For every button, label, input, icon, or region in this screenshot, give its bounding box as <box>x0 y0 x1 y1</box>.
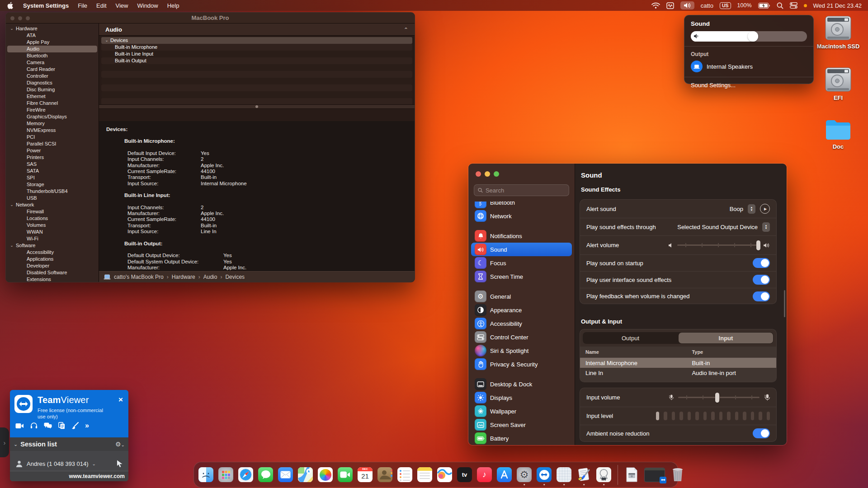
close-button[interactable] <box>476 171 481 177</box>
sidebar-item-controller[interactable]: Controller <box>6 73 99 80</box>
wifi-icon[interactable] <box>651 2 660 9</box>
dock-contacts-icon[interactable] <box>377 467 392 482</box>
sidebar-item-fibre-channel[interactable]: Fibre Channel <box>6 100 99 107</box>
search-input[interactable] <box>486 187 565 194</box>
menu-view[interactable]: View <box>116 2 128 9</box>
sidebar-item-card-reader[interactable]: Card Reader <box>6 66 99 73</box>
ui-sounds-toggle[interactable] <box>753 275 770 285</box>
menu-edit[interactable]: Edit <box>96 2 106 9</box>
breadcrumb-devices[interactable]: Devices <box>225 274 245 280</box>
sidebar-item-camera[interactable]: Camera <box>6 59 99 66</box>
dock-teamviewer-icon[interactable] <box>537 467 552 482</box>
breadcrumb-computer[interactable]: catto's MacBook Pro <box>114 274 164 280</box>
chevron-down-icon[interactable]: ⌄ <box>8 242 16 249</box>
dock-maps-icon[interactable] <box>298 467 313 482</box>
input-source-indicator[interactable]: US <box>720 2 731 9</box>
sidebar-item-screen-time[interactable]: Screen Time <box>471 270 572 283</box>
volume-slider-knob[interactable] <box>748 31 758 42</box>
pane-splitter[interactable] <box>99 104 415 109</box>
sidebar-item-locations[interactable]: Locations <box>6 215 99 222</box>
minimize-button[interactable] <box>485 171 490 177</box>
brush-icon[interactable] <box>71 422 79 429</box>
collapse-chevron-icon[interactable]: ⌄ <box>404 26 408 33</box>
sidebar-item-siri-spotlight[interactable]: Siri & Spotlight <box>471 344 572 357</box>
table-row-internal-microphone[interactable]: Internal MicrophoneBuilt-in <box>580 358 776 368</box>
menu-help[interactable]: Help <box>167 2 179 9</box>
dock-music-icon[interactable]: ♪ <box>477 467 492 482</box>
sidebar-item-spi[interactable]: SPI <box>6 174 99 181</box>
sidebar-item-applications[interactable]: Applications <box>6 256 99 263</box>
desktop-icon-efi[interactable]: EFI <box>812 67 864 101</box>
sidebar-item-notifications[interactable]: Notifications <box>471 229 572 243</box>
menu-file[interactable]: File <box>78 2 87 9</box>
output-device-row[interactable]: Internal Speakers <box>691 61 807 72</box>
sidebar-item-thunderbolt[interactable]: Thunderbolt/USB4 <box>6 188 99 195</box>
window-controls-inactive[interactable] <box>10 16 30 20</box>
sidebar-item-battery[interactable]: Battery <box>471 432 572 445</box>
device-row-builtin-output[interactable]: Built-in Output <box>101 57 412 64</box>
chevron-down-icon[interactable]: ⌄ <box>8 202 16 208</box>
dock-calendar-icon[interactable]: DEC 21 <box>358 467 373 482</box>
startup-sound-toggle[interactable] <box>753 258 770 268</box>
dock-app-store-icon[interactable] <box>497 467 512 482</box>
teamviewer-website[interactable]: www.teamviewer.com <box>69 473 125 479</box>
sidebar-group-network[interactable]: ⌄Network <box>6 202 99 208</box>
dock-safari-icon[interactable] <box>238 467 253 482</box>
sidebar-item-developer[interactable]: Developer <box>6 263 99 269</box>
spotlight-search-icon[interactable] <box>777 2 783 9</box>
dock-hardware-tool-icon[interactable] <box>596 467 611 482</box>
sidebar-item-bluetooth[interactable]: ᛒ Bluetooth <box>471 202 572 209</box>
dock-minimized-window[interactable] <box>644 468 665 482</box>
window-controls[interactable] <box>476 171 499 177</box>
sidebar-item-wwan[interactable]: WWAN <box>6 229 99 235</box>
more-tools-icon[interactable]: » <box>85 422 89 430</box>
dock-finder-icon[interactable] <box>198 467 213 482</box>
tab-output[interactable]: Output <box>583 333 678 343</box>
input-volume-slider[interactable] <box>678 397 760 398</box>
sidebar-item-network[interactable]: Network <box>471 209 572 223</box>
desktop-icon-doc-folder[interactable]: Doc <box>812 118 864 150</box>
sidebar-item-focus[interactable]: ☾ Focus <box>471 256 572 270</box>
system-info-titlebar[interactable]: MacBook Pro <box>6 13 415 23</box>
dock-developer-tool-icon[interactable] <box>576 467 591 482</box>
breadcrumb-audio[interactable]: Audio <box>203 274 217 280</box>
sidebar-item-firewall[interactable]: Firewall <box>6 208 99 215</box>
breadcrumb-hardware[interactable]: Hardware <box>172 274 195 280</box>
chevron-down-icon[interactable]: ⌄ <box>103 37 110 44</box>
sidebar-item-apple-pay[interactable]: Apple Pay <box>6 39 99 46</box>
dock-disk-image-icon[interactable] <box>624 467 639 482</box>
zoom-button[interactable] <box>494 171 499 177</box>
device-row-builtin-line-input[interactable]: Built-in Line Input <box>101 51 412 57</box>
dock-photos-icon[interactable] <box>318 467 333 482</box>
audio-section-header[interactable]: Audio ⌄ <box>99 23 415 36</box>
volume-slider[interactable] <box>691 31 807 42</box>
dock-system-settings-icon[interactable]: ⚙ <box>517 467 532 482</box>
alert-sound-stepper[interactable]: ▲▼ <box>748 204 755 214</box>
connect-cursor-icon[interactable] <box>117 460 123 467</box>
sidebar-item-nvmexpress[interactable]: NVMExpress <box>6 127 99 134</box>
dock-trash-icon[interactable] <box>670 467 685 482</box>
headset-icon[interactable] <box>30 422 38 429</box>
dock-notes-icon[interactable] <box>417 467 432 482</box>
sidebar-item-displays[interactable]: Displays <box>471 391 572 404</box>
sidebar-item-wifi[interactable]: Wi-Fi <box>6 235 99 242</box>
dock-apple-tv-icon[interactable]: tv <box>457 467 472 482</box>
sidebar-item-storage[interactable]: Storage <box>6 181 99 188</box>
sidebar-item-firewire[interactable]: FireWire <box>6 107 99 113</box>
play-alert-sound-button[interactable]: ▶ <box>760 204 770 214</box>
device-tree-root[interactable]: ⌄Devices <box>101 37 412 44</box>
gear-icon[interactable]: ⚙⌄ <box>115 441 125 448</box>
teamviewer-edge-tab[interactable]: › <box>0 427 9 457</box>
chevron-down-icon[interactable]: ⌄ <box>8 25 16 32</box>
apple-logo-icon[interactable] <box>7 2 14 9</box>
sidebar-item-ethernet[interactable]: Ethernet <box>6 93 99 100</box>
tab-input-selected[interactable]: Input <box>679 333 773 343</box>
sidebar-item-accessibility[interactable]: Accessibility <box>471 317 572 330</box>
sidebar-item-extensions[interactable]: Extensions <box>6 276 99 282</box>
dock-launchpad-icon[interactable] <box>218 467 233 482</box>
sidebar-item-ata[interactable]: ATA <box>6 32 99 39</box>
sidebar-item-appearance[interactable]: Appearance <box>471 303 572 317</box>
sidebar-item-screen-saver[interactable]: Screen Saver <box>471 418 572 432</box>
settings-search-field[interactable] <box>474 184 569 196</box>
menu-window[interactable]: Window <box>137 2 158 9</box>
